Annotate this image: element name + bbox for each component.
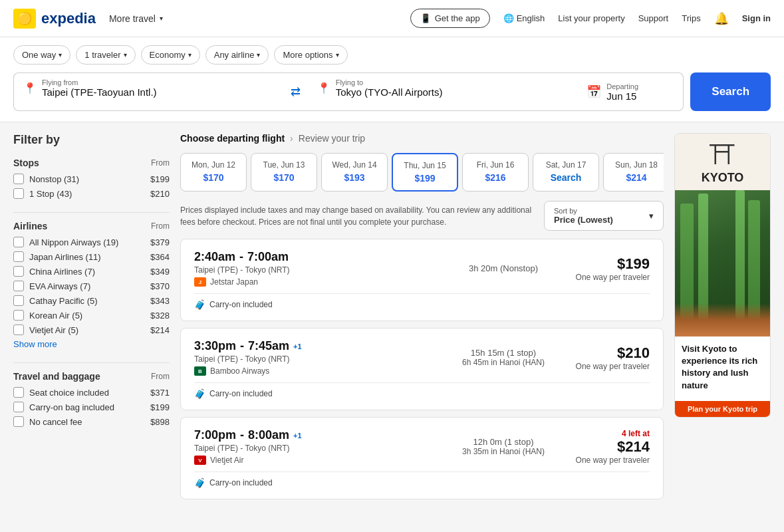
breadcrumb-next[interactable]: Review your trip <box>299 133 365 144</box>
flight-2-extras: 🧳 Carry-on included <box>194 471 650 488</box>
get-app-button[interactable]: 📱 Get the app <box>410 9 490 28</box>
cathay-checkbox[interactable] <box>13 295 24 306</box>
date-card-5[interactable]: Sat, Jun 17 Search <box>533 153 599 192</box>
date-card-0[interactable]: Mon, Jun 12 $170 <box>180 153 247 192</box>
one-way-tab[interactable]: One way ▾ <box>13 45 70 65</box>
date-card-6[interactable]: Sun, Jun 18 $214 <box>603 153 664 192</box>
carryon-price: $199 <box>150 402 170 412</box>
class-tab[interactable]: Economy ▾ <box>141 45 200 65</box>
more-travel-label: More travel <box>109 13 156 24</box>
sort-button[interactable]: Sort by Price (Lowest) ▾ <box>544 201 664 231</box>
flight-0-airline-row: J Jetstar Japan <box>194 277 444 287</box>
nonstop-checkbox[interactable] <box>13 174 24 184</box>
breadcrumb-active: Choose departing flight <box>180 133 285 144</box>
ad-title: KYOTO <box>702 171 744 185</box>
korean-checkbox[interactable] <box>13 310 24 321</box>
ad-image <box>675 190 770 336</box>
flight-0-price-amount: $199 <box>563 255 650 273</box>
search-button[interactable]: Search <box>690 72 771 111</box>
airline-label: Any airline <box>214 50 255 60</box>
flight-filter-tabs: One way ▾ 1 traveler ▾ Economy ▾ Any air… <box>13 45 771 65</box>
more-travel-nav[interactable]: More travel ▾ <box>109 13 163 24</box>
filter-nonstop: Nonstop (31) $199 <box>13 174 170 184</box>
date-card-3[interactable]: Thu, Jun 15 $199 <box>392 153 458 192</box>
flight-1-duration: 15h 15m (1 stop) 6h 45m in Hanoi (HAN) <box>457 348 550 367</box>
flight-2-duration-text: 12h 0m (1 stop) <box>457 437 550 447</box>
nonstop-label: Nonstop (31) <box>29 174 79 184</box>
location-icon: 📍 <box>317 82 330 94</box>
language-button[interactable]: 🌐 English <box>503 13 545 23</box>
phone-icon: 📱 <box>420 13 431 23</box>
flight-0-duration: 3h 20m (Nonstop) <box>457 263 550 273</box>
travelers-tab[interactable]: 1 traveler ▾ <box>76 45 135 65</box>
search-area: One way ▾ 1 traveler ▾ Economy ▾ Any air… <box>0 37 784 122</box>
1stop-checkbox[interactable] <box>13 188 24 199</box>
ana-checkbox[interactable] <box>13 237 24 247</box>
seat-price: $371 <box>150 388 170 398</box>
carryon-checkbox[interactable] <box>13 402 24 412</box>
filter-seat: Seat choice included $371 <box>13 387 170 398</box>
flight-card-1[interactable]: 3:30pm - 7:45am +1 Taipei (TPE) - Tokyo … <box>180 328 664 410</box>
ad-header: ⛩ KYOTO <box>675 134 770 190</box>
flight-2-airline: Vietjet Air <box>210 456 243 465</box>
ad-cta-button[interactable]: Plan your Kyoto trip <box>675 401 770 417</box>
ana-label: All Nippon Airways (19) <box>29 237 118 247</box>
swap-button[interactable]: ⇄ <box>284 72 308 111</box>
china-airlines-checkbox[interactable] <box>13 266 24 277</box>
jetstar-logo: J <box>194 277 206 287</box>
more-options-tab[interactable]: More options ▾ <box>274 45 347 65</box>
filter-korean: Korean Air (5) $328 <box>13 310 170 321</box>
bell-icon[interactable]: 🔔 <box>714 11 729 26</box>
vietjet-checkbox[interactable] <box>13 325 24 335</box>
get-app-label: Get the app <box>435 13 480 23</box>
flight-0-airline: Jetstar Japan <box>210 277 258 287</box>
flight-1-extras: 🧳 Carry-on included <box>194 382 650 399</box>
more-options-label: More options <box>283 50 332 60</box>
baggage-from-label: From <box>151 372 170 381</box>
chevron-down-icon: ▾ <box>336 51 339 59</box>
date-card-2[interactable]: Wed, Jun 14 $193 <box>321 153 388 192</box>
date-2-label: Wed, Jun 14 <box>331 160 378 170</box>
nocancel-checkbox[interactable] <box>13 416 24 427</box>
bag-icon: 🧳 <box>194 388 205 399</box>
flight-1-stops: 6h 45m in Hanoi (HAN) <box>457 358 550 367</box>
flight-0-price-note: One way per traveler <box>563 273 650 282</box>
seat-checkbox[interactable] <box>13 387 24 398</box>
sign-in-link[interactable]: Sign in <box>742 13 771 23</box>
date-card-1[interactable]: Tue, Jun 13 $170 <box>251 153 317 192</box>
date-input[interactable]: 📅 Departing Jun 15 <box>577 72 684 111</box>
torii-gate-icon: ⛩ <box>710 142 736 168</box>
flight-1-airline-row: B Bamboo Airways <box>194 366 444 376</box>
destination-input[interactable]: 📍 Flying to Tokyo (TYO-All Airports) <box>308 72 578 111</box>
to-value: Tokyo (TYO-All Airports) <box>336 86 443 98</box>
chevron-down-icon: ▾ <box>649 211 654 221</box>
flight-2-arrival: 8:00am <box>248 428 289 442</box>
flight-0-departure: 2:40am <box>194 250 235 264</box>
flight-2-route: Taipei (TPE) - Tokyo (NRT) <box>194 444 444 453</box>
airline-tab[interactable]: Any airline ▾ <box>205 45 269 65</box>
flight-card-0[interactable]: 2:40am - 7:00am Taipei (TPE) - Tokyo (NR… <box>180 239 664 321</box>
main-content: Filter by Stops From Nonstop (31) $199 1… <box>0 122 784 517</box>
date-4-label: Fri, Jun 16 <box>472 160 519 170</box>
flight-card-2[interactable]: 7:00pm - 8:00am +1 Taipei (TPE) - Tokyo … <box>180 417 664 499</box>
filter-nocancel: No cancel fee $898 <box>13 416 170 427</box>
filter-vietjet: Vietjet Air (5) $214 <box>13 325 170 335</box>
bag-icon: 🧳 <box>194 299 205 310</box>
jal-price: $364 <box>150 252 170 262</box>
support-link[interactable]: Support <box>638 13 669 23</box>
logo-text: expedia <box>41 10 96 27</box>
list-property-link[interactable]: List your property <box>558 13 624 23</box>
ad-card[interactable]: ⛩ KYOTO Visit Kyoto to experience its ri… <box>674 133 771 418</box>
results-panel: Choose departing flight › Review your tr… <box>180 133 664 506</box>
airlines-section-title: Airlines <box>13 221 47 231</box>
flight-1-arrival: 7:45am <box>248 339 289 353</box>
origin-input[interactable]: 📍 Flying from Taipei (TPE-Taoyuan Intl.) <box>13 72 284 111</box>
logo[interactable]: 🟡 expedia <box>13 9 96 29</box>
filter-china-airlines: China Airlines (7) $349 <box>13 266 170 277</box>
date-card-4[interactable]: Fri, Jun 16 $216 <box>462 153 529 192</box>
eva-checkbox[interactable] <box>13 281 24 291</box>
date-label: Departing <box>606 82 638 90</box>
show-more-airlines[interactable]: Show more <box>13 339 170 349</box>
jal-checkbox[interactable] <box>13 251 24 262</box>
trips-link[interactable]: Trips <box>682 13 700 23</box>
